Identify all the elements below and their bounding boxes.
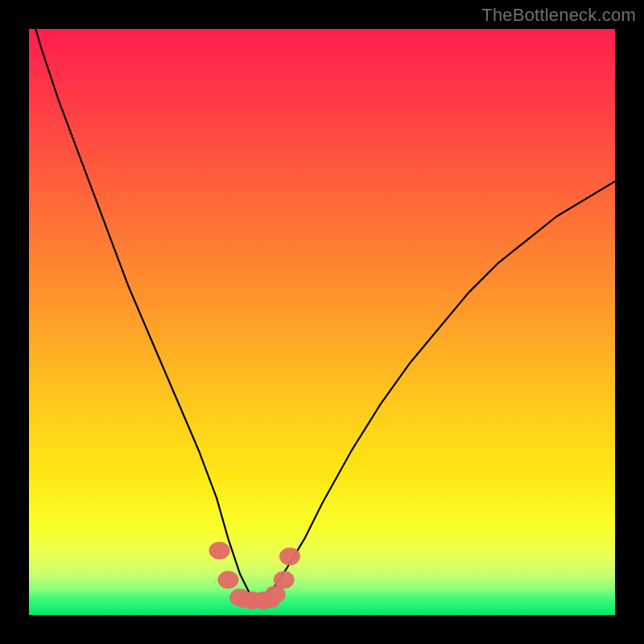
highlight-point — [274, 571, 295, 588]
highlight-point — [279, 547, 300, 565]
plot-area — [29, 29, 615, 615]
gradient-background — [29, 29, 615, 615]
outer-frame: TheBottleneck.com — [0, 0, 644, 644]
bottleneck-chart — [29, 29, 615, 615]
highlight-point — [209, 542, 230, 559]
highlight-point — [218, 571, 239, 588]
watermark-text: TheBottleneck.com — [481, 5, 636, 26]
